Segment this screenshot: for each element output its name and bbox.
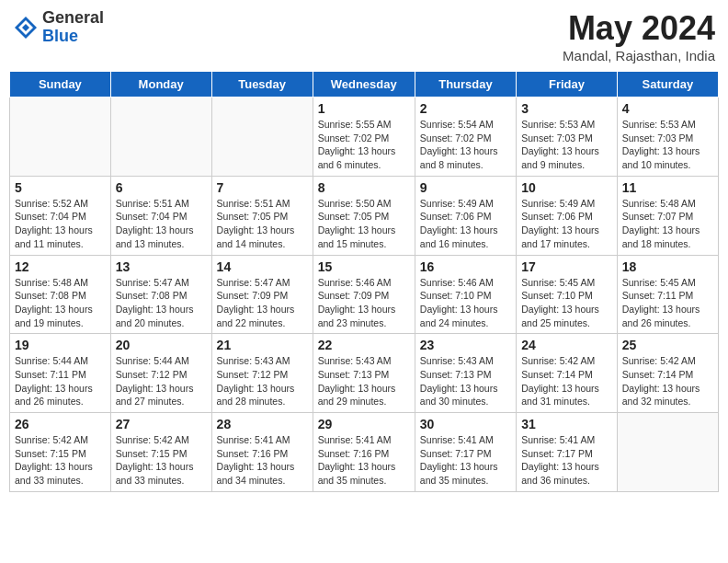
calendar-cell: [110, 98, 211, 177]
month-title: May 2024: [563, 9, 715, 48]
calendar-cell: 24Sunrise: 5:42 AM Sunset: 7:14 PM Dayli…: [517, 334, 618, 413]
day-info: Sunrise: 5:41 AM Sunset: 7:16 PM Dayligh…: [217, 433, 308, 488]
day-info: Sunrise: 5:48 AM Sunset: 7:08 PM Dayligh…: [15, 276, 106, 330]
calendar-cell: 2Sunrise: 5:54 AM Sunset: 7:02 PM Daylig…: [415, 98, 516, 177]
day-number: 11: [622, 180, 713, 195]
day-info: Sunrise: 5:53 AM Sunset: 7:03 PM Dayligh…: [622, 118, 713, 172]
day-number: 28: [217, 417, 308, 431]
calendar-cell: 4Sunrise: 5:53 AM Sunset: 7:03 PM Daylig…: [617, 98, 718, 177]
day-number: 18: [622, 259, 713, 274]
logo-blue: Blue: [42, 28, 104, 46]
week-row: 5Sunrise: 5:52 AM Sunset: 7:04 PM Daylig…: [10, 176, 719, 255]
calendar-cell: 12Sunrise: 5:48 AM Sunset: 7:08 PM Dayli…: [10, 255, 111, 334]
page-header: General Blue May 2024 Mandal, Rajasthan,…: [9, 9, 719, 63]
day-number: 30: [420, 417, 511, 431]
day-info: Sunrise: 5:49 AM Sunset: 7:06 PM Dayligh…: [521, 197, 612, 251]
day-number: 16: [420, 259, 511, 274]
day-number: 6: [116, 180, 207, 195]
calendar-cell: 17Sunrise: 5:45 AM Sunset: 7:10 PM Dayli…: [517, 255, 618, 334]
day-number: 7: [217, 180, 308, 195]
day-info: Sunrise: 5:47 AM Sunset: 7:08 PM Dayligh…: [116, 276, 207, 330]
weekday-header: Wednesday: [313, 72, 415, 98]
calendar-cell: 19Sunrise: 5:44 AM Sunset: 7:11 PM Dayli…: [10, 334, 111, 413]
day-info: Sunrise: 5:42 AM Sunset: 7:15 PM Dayligh…: [15, 433, 106, 488]
day-info: Sunrise: 5:44 AM Sunset: 7:11 PM Dayligh…: [15, 354, 106, 408]
calendar-cell: 7Sunrise: 5:51 AM Sunset: 7:05 PM Daylig…: [211, 176, 313, 255]
calendar-cell: [617, 413, 718, 492]
day-info: Sunrise: 5:45 AM Sunset: 7:10 PM Dayligh…: [521, 276, 612, 330]
day-info: Sunrise: 5:43 AM Sunset: 7:12 PM Dayligh…: [217, 354, 308, 408]
weekday-header-row: SundayMondayTuesdayWednesdayThursdayFrid…: [10, 72, 719, 98]
weekday-header: Tuesday: [211, 72, 313, 98]
day-info: Sunrise: 5:46 AM Sunset: 7:09 PM Dayligh…: [318, 276, 410, 330]
day-number: 3: [521, 101, 612, 116]
day-info: Sunrise: 5:51 AM Sunset: 7:05 PM Dayligh…: [217, 197, 308, 251]
day-number: 25: [622, 338, 713, 352]
day-number: 9: [420, 180, 511, 195]
calendar-cell: 1Sunrise: 5:55 AM Sunset: 7:02 PM Daylig…: [313, 98, 415, 177]
day-info: Sunrise: 5:43 AM Sunset: 7:13 PM Dayligh…: [420, 354, 511, 408]
day-number: 22: [318, 338, 410, 352]
weekday-header: Saturday: [617, 72, 718, 98]
day-number: 29: [318, 417, 410, 431]
day-info: Sunrise: 5:47 AM Sunset: 7:09 PM Dayligh…: [217, 276, 308, 330]
day-number: 8: [318, 180, 410, 195]
calendar-cell: 14Sunrise: 5:47 AM Sunset: 7:09 PM Dayli…: [211, 255, 313, 334]
calendar-cell: 5Sunrise: 5:52 AM Sunset: 7:04 PM Daylig…: [10, 176, 111, 255]
calendar-cell: 20Sunrise: 5:44 AM Sunset: 7:12 PM Dayli…: [110, 334, 211, 413]
day-number: 23: [420, 338, 511, 352]
day-number: 20: [116, 338, 207, 352]
calendar-cell: 3Sunrise: 5:53 AM Sunset: 7:03 PM Daylig…: [517, 98, 618, 177]
calendar-cell: 30Sunrise: 5:41 AM Sunset: 7:17 PM Dayli…: [415, 413, 516, 492]
day-number: 31: [521, 417, 612, 431]
day-info: Sunrise: 5:52 AM Sunset: 7:04 PM Dayligh…: [15, 197, 106, 251]
day-number: 13: [116, 259, 207, 274]
calendar-cell: 10Sunrise: 5:49 AM Sunset: 7:06 PM Dayli…: [517, 176, 618, 255]
day-number: 4: [622, 101, 713, 116]
day-info: Sunrise: 5:48 AM Sunset: 7:07 PM Dayligh…: [622, 197, 713, 251]
week-row: 26Sunrise: 5:42 AM Sunset: 7:15 PM Dayli…: [10, 413, 719, 492]
day-info: Sunrise: 5:44 AM Sunset: 7:12 PM Dayligh…: [116, 354, 207, 408]
calendar-cell: [10, 98, 111, 177]
calendar-cell: 11Sunrise: 5:48 AM Sunset: 7:07 PM Dayli…: [617, 176, 718, 255]
day-info: Sunrise: 5:43 AM Sunset: 7:13 PM Dayligh…: [318, 354, 410, 408]
day-number: 12: [15, 259, 106, 274]
title-area: May 2024 Mandal, Rajasthan, India: [563, 9, 715, 63]
calendar-cell: 26Sunrise: 5:42 AM Sunset: 7:15 PM Dayli…: [10, 413, 111, 492]
calendar-cell: 8Sunrise: 5:50 AM Sunset: 7:05 PM Daylig…: [313, 176, 415, 255]
day-info: Sunrise: 5:55 AM Sunset: 7:02 PM Dayligh…: [318, 118, 410, 172]
calendar-cell: [211, 98, 313, 177]
day-info: Sunrise: 5:41 AM Sunset: 7:17 PM Dayligh…: [521, 433, 612, 488]
day-info: Sunrise: 5:45 AM Sunset: 7:11 PM Dayligh…: [622, 276, 713, 330]
day-number: 26: [15, 417, 106, 431]
day-number: 2: [420, 101, 511, 116]
day-info: Sunrise: 5:41 AM Sunset: 7:16 PM Dayligh…: [318, 433, 410, 488]
day-info: Sunrise: 5:54 AM Sunset: 7:02 PM Dayligh…: [420, 118, 511, 172]
day-info: Sunrise: 5:49 AM Sunset: 7:06 PM Dayligh…: [420, 197, 511, 251]
day-info: Sunrise: 5:42 AM Sunset: 7:14 PM Dayligh…: [622, 354, 713, 408]
logo-icon: [13, 15, 39, 40]
calendar-cell: 15Sunrise: 5:46 AM Sunset: 7:09 PM Dayli…: [313, 255, 415, 334]
calendar-cell: 13Sunrise: 5:47 AM Sunset: 7:08 PM Dayli…: [110, 255, 211, 334]
calendar: SundayMondayTuesdayWednesdayThursdayFrid…: [9, 71, 719, 492]
day-number: 5: [15, 180, 106, 195]
day-number: 14: [217, 259, 308, 274]
day-number: 10: [521, 180, 612, 195]
week-row: 12Sunrise: 5:48 AM Sunset: 7:08 PM Dayli…: [10, 255, 719, 334]
week-row: 1Sunrise: 5:55 AM Sunset: 7:02 PM Daylig…: [10, 98, 719, 177]
day-info: Sunrise: 5:53 AM Sunset: 7:03 PM Dayligh…: [521, 118, 612, 172]
day-number: 24: [521, 338, 612, 352]
day-info: Sunrise: 5:50 AM Sunset: 7:05 PM Dayligh…: [318, 197, 410, 251]
day-number: 15: [318, 259, 410, 274]
day-info: Sunrise: 5:42 AM Sunset: 7:14 PM Dayligh…: [521, 354, 612, 408]
calendar-cell: 6Sunrise: 5:51 AM Sunset: 7:04 PM Daylig…: [110, 176, 211, 255]
calendar-cell: 21Sunrise: 5:43 AM Sunset: 7:12 PM Dayli…: [211, 334, 313, 413]
calendar-cell: 18Sunrise: 5:45 AM Sunset: 7:11 PM Dayli…: [617, 255, 718, 334]
calendar-cell: 9Sunrise: 5:49 AM Sunset: 7:06 PM Daylig…: [415, 176, 516, 255]
day-info: Sunrise: 5:41 AM Sunset: 7:17 PM Dayligh…: [420, 433, 511, 488]
day-info: Sunrise: 5:51 AM Sunset: 7:04 PM Dayligh…: [116, 197, 207, 251]
weekday-header: Thursday: [415, 72, 516, 98]
logo-general: General: [42, 9, 104, 28]
weekday-header: Sunday: [10, 72, 111, 98]
calendar-cell: 25Sunrise: 5:42 AM Sunset: 7:14 PM Dayli…: [617, 334, 718, 413]
